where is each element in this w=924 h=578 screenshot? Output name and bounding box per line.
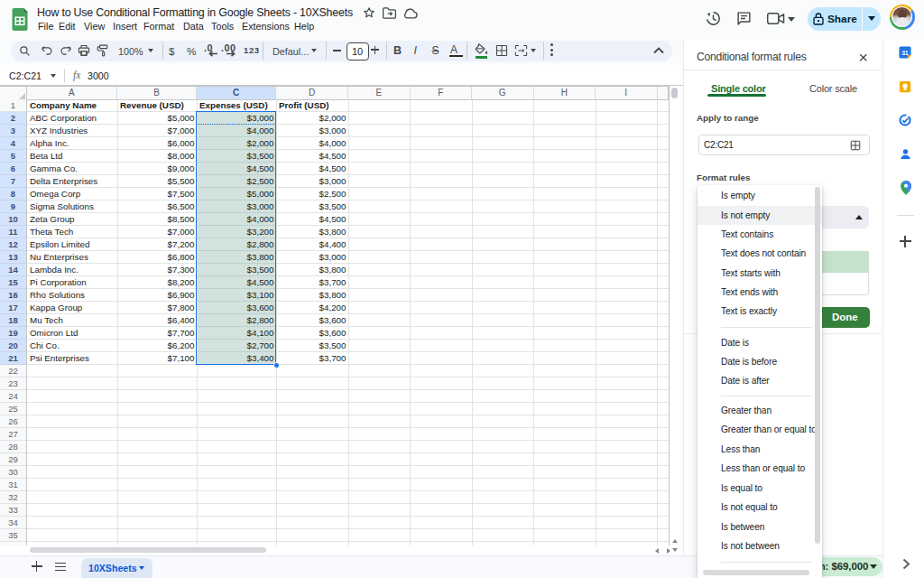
svg-text:31: 31 — [901, 49, 909, 55]
